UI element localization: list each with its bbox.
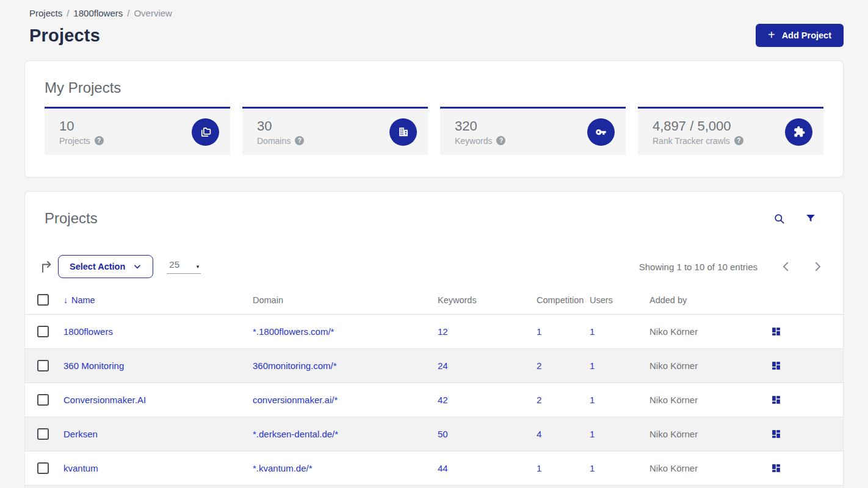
row-checkbox[interactable] — [37, 462, 49, 474]
chevron-down-icon — [133, 262, 142, 271]
project-keywords-value[interactable]: 50 — [438, 417, 537, 451]
keywords-count: 320 — [455, 118, 505, 134]
project-added-by: Niko Körner — [649, 349, 771, 383]
help-icon[interactable]: ? — [95, 136, 104, 145]
project-keywords-value[interactable]: 44 — [438, 451, 537, 486]
page-size-select[interactable]: 25 ▾ — [167, 259, 201, 274]
project-keywords-value[interactable]: 12 — [438, 315, 537, 349]
project-name-link[interactable]: 360 Monitoring — [63, 349, 253, 383]
search-icon[interactable] — [773, 213, 785, 224]
project-added-by: Niko Körner — [649, 315, 771, 349]
projects-panel-title: Projects — [45, 210, 98, 227]
domains-label: Domains — [257, 136, 291, 146]
project-competition-value[interactable]: 1 — [537, 315, 590, 349]
column-header-users[interactable]: Users — [590, 289, 649, 315]
project-added-by — [649, 486, 771, 488]
stat-card-rank-tracker[interactable]: 4,897 / 5,000 Rank Tracker crawls ? — [638, 107, 823, 155]
help-icon[interactable]: ? — [496, 136, 505, 145]
project-competition-value[interactable]: 1 — [537, 451, 590, 486]
my-projects-card: My Projects 10 Projects ? — [24, 60, 844, 178]
project-competition-value[interactable]: 2 — [537, 349, 590, 383]
next-page-icon[interactable] — [814, 262, 821, 271]
keywords-label: Keywords — [455, 136, 492, 146]
previous-page-icon[interactable] — [783, 262, 789, 271]
project-added-by: Niko Körner — [649, 383, 771, 417]
project-users-value[interactable]: 1 — [590, 315, 649, 349]
project-domain-link[interactable]: conversionmaker.ai/* — [253, 383, 438, 417]
project-keywords-value[interactable] — [438, 486, 537, 488]
add-project-label: Add Project — [782, 30, 831, 40]
stat-card-domains[interactable]: 30 Domains ? — [242, 107, 428, 155]
my-projects-title: My Projects — [45, 79, 823, 96]
folder-copy-icon — [192, 118, 219, 146]
project-name-link[interactable]: Derksen — [63, 417, 253, 451]
puzzle-icon — [785, 118, 812, 146]
stat-card-projects[interactable]: 10 Projects ? — [45, 107, 230, 155]
project-domain-link[interactable]: 360monitoring.com/* — [253, 349, 438, 383]
help-icon[interactable]: ? — [734, 136, 743, 145]
rank-tracker-count: 4,897 / 5,000 — [653, 118, 743, 134]
page-size-value: 25 — [169, 259, 179, 270]
column-header-name[interactable]: ↓Name — [63, 289, 253, 315]
export-icon[interactable] — [40, 259, 54, 274]
project-competition-value[interactable]: 2 — [537, 383, 590, 417]
projects-count: 10 — [59, 118, 104, 134]
project-competition-value[interactable] — [537, 486, 590, 488]
project-domain-link[interactable]: *.kvantum.de/* — [253, 451, 438, 486]
caret-down-icon: ▾ — [197, 264, 200, 270]
building-icon — [389, 118, 417, 146]
column-header-added-by[interactable]: Added by — [649, 289, 771, 315]
project-domain-link[interactable] — [253, 486, 438, 488]
project-name-link[interactable]: 1800flowers — [63, 315, 253, 349]
column-header-keywords[interactable]: Keywords — [438, 289, 537, 315]
breadcrumb-projects[interactable]: Projects — [29, 8, 62, 18]
project-users-value[interactable]: 1 — [590, 451, 649, 486]
project-domain-link[interactable]: *.derksen-dental.de/* — [253, 417, 438, 451]
key-icon — [587, 118, 615, 146]
filter-icon[interactable] — [805, 213, 816, 224]
breadcrumb-1800flowers[interactable]: 1800flowers — [73, 8, 123, 18]
help-icon[interactable]: ? — [295, 136, 304, 145]
page-title: Projects — [29, 26, 100, 46]
dashboard-icon[interactable] — [771, 395, 781, 405]
table-row: 1800flowers *.1800flowers.com/* 12 1 1 N… — [25, 315, 843, 349]
table-row: Conversionmaker.AI conversionmaker.ai/* … — [25, 383, 843, 417]
project-users-value[interactable] — [590, 486, 649, 488]
project-users-value[interactable]: 1 — [590, 417, 649, 451]
dashboard-icon[interactable] — [771, 429, 781, 439]
column-header-competition[interactable]: Competition — [537, 289, 590, 315]
project-added-by: Niko Körner — [649, 451, 771, 486]
projects-table: ↓Name Domain Keywords Competition Users … — [25, 289, 843, 488]
rank-tracker-label: Rank Tracker crawls — [653, 136, 730, 146]
sort-descending-icon: ↓ — [63, 295, 68, 305]
project-competition-value[interactable]: 4 — [537, 417, 590, 451]
select-action-dropdown[interactable]: Select Action — [58, 255, 153, 278]
row-checkbox[interactable] — [37, 428, 49, 440]
projects-panel: Projects Select Action 25 — [24, 191, 844, 488]
plus-icon: + — [768, 29, 775, 41]
add-project-button[interactable]: + Add Project — [756, 24, 844, 47]
row-checkbox[interactable] — [37, 326, 49, 337]
project-keywords-value[interactable]: 42 — [438, 383, 537, 417]
project-users-value[interactable]: 1 — [590, 349, 649, 383]
column-header-domain[interactable]: Domain — [253, 289, 438, 315]
dashboard-icon[interactable] — [771, 361, 781, 371]
project-name-link[interactable] — [63, 486, 253, 488]
project-name-link[interactable]: kvantum — [63, 451, 253, 486]
project-keywords-value[interactable]: 24 — [438, 349, 537, 383]
table-row: 360 Monitoring 360monitoring.com/* 24 2 … — [25, 349, 843, 383]
row-checkbox[interactable] — [37, 360, 49, 371]
select-action-label: Select Action — [70, 262, 125, 271]
project-users-value[interactable]: 1 — [590, 383, 649, 417]
select-all-checkbox[interactable] — [37, 294, 49, 306]
dashboard-icon[interactable] — [771, 463, 781, 473]
table-row: kvantum *.kvantum.de/* 44 1 1 Niko Körne… — [25, 451, 843, 486]
project-name-link[interactable]: Conversionmaker.AI — [63, 383, 253, 417]
table-row — [25, 486, 843, 488]
stat-card-keywords[interactable]: 320 Keywords ? — [440, 107, 626, 155]
dashboard-icon[interactable] — [771, 326, 781, 337]
row-checkbox[interactable] — [37, 394, 49, 406]
project-added-by: Niko Körner — [649, 417, 771, 451]
breadcrumb: Projects / 1800flowers / Overview — [29, 8, 844, 18]
project-domain-link[interactable]: *.1800flowers.com/* — [253, 315, 438, 349]
